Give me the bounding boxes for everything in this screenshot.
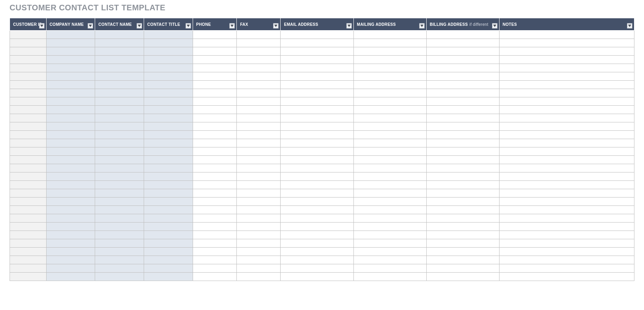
cell[interactable] (46, 72, 95, 81)
column-header[interactable]: COMPANY NAME (46, 18, 95, 31)
cell[interactable] (426, 131, 499, 139)
filter-dropdown-icon[interactable] (229, 23, 235, 29)
cell[interactable] (95, 198, 144, 206)
cell[interactable] (144, 47, 193, 56)
cell[interactable] (499, 39, 634, 47)
cell[interactable] (95, 239, 144, 248)
cell[interactable] (499, 248, 634, 256)
cell[interactable] (281, 264, 353, 273)
cell[interactable] (426, 31, 499, 39)
cell[interactable] (193, 172, 236, 181)
cell[interactable] (10, 97, 47, 106)
cell[interactable] (144, 206, 193, 214)
cell[interactable] (237, 214, 281, 223)
cell[interactable] (237, 231, 281, 239)
cell[interactable] (193, 89, 236, 97)
cell[interactable] (426, 231, 499, 239)
cell[interactable] (10, 47, 47, 56)
cell[interactable] (353, 264, 426, 273)
cell[interactable] (499, 198, 634, 206)
cell[interactable] (237, 81, 281, 89)
cell[interactable] (281, 81, 353, 89)
cell[interactable] (193, 256, 236, 264)
cell[interactable] (46, 189, 95, 198)
cell[interactable] (237, 248, 281, 256)
cell[interactable] (353, 139, 426, 147)
cell[interactable] (237, 156, 281, 164)
cell[interactable] (426, 206, 499, 214)
cell[interactable] (426, 256, 499, 264)
cell[interactable] (499, 273, 634, 281)
cell[interactable] (237, 172, 281, 181)
cell[interactable] (426, 72, 499, 81)
cell[interactable] (426, 223, 499, 231)
cell[interactable] (95, 264, 144, 273)
cell[interactable] (10, 198, 47, 206)
cell[interactable] (426, 139, 499, 147)
cell[interactable] (499, 239, 634, 248)
cell[interactable] (426, 248, 499, 256)
cell[interactable] (353, 47, 426, 56)
cell[interactable] (193, 273, 236, 281)
cell[interactable] (10, 131, 47, 139)
cell[interactable] (353, 31, 426, 39)
cell[interactable] (10, 214, 47, 223)
cell[interactable] (95, 106, 144, 114)
filter-dropdown-icon[interactable] (273, 23, 279, 29)
cell[interactable] (46, 181, 95, 189)
cell[interactable] (237, 97, 281, 106)
cell[interactable] (499, 89, 634, 97)
cell[interactable] (46, 223, 95, 231)
cell[interactable] (10, 164, 47, 172)
cell[interactable] (10, 231, 47, 239)
cell[interactable] (144, 114, 193, 122)
cell[interactable] (193, 231, 236, 239)
filter-dropdown-icon[interactable] (419, 23, 425, 29)
cell[interactable] (193, 164, 236, 172)
cell[interactable] (281, 206, 353, 214)
column-header[interactable]: BILLING ADDRESSif different (426, 18, 499, 31)
cell[interactable] (426, 189, 499, 198)
column-header[interactable]: CUSTOMER ID (10, 18, 47, 31)
cell[interactable] (426, 198, 499, 206)
cell[interactable] (353, 114, 426, 122)
cell[interactable] (10, 106, 47, 114)
cell[interactable] (10, 81, 47, 89)
cell[interactable] (237, 106, 281, 114)
cell[interactable] (193, 47, 236, 56)
cell[interactable] (193, 31, 236, 39)
cell[interactable] (499, 97, 634, 106)
cell[interactable] (237, 239, 281, 248)
cell[interactable] (10, 114, 47, 122)
cell[interactable] (499, 56, 634, 64)
cell[interactable] (499, 106, 634, 114)
cell[interactable] (46, 206, 95, 214)
cell[interactable] (353, 131, 426, 139)
cell[interactable] (46, 131, 95, 139)
cell[interactable] (281, 89, 353, 97)
cell[interactable] (281, 189, 353, 198)
cell[interactable] (46, 114, 95, 122)
cell[interactable] (281, 139, 353, 147)
cell[interactable] (237, 273, 281, 281)
cell[interactable] (237, 64, 281, 72)
cell[interactable] (193, 56, 236, 64)
cell[interactable] (426, 264, 499, 273)
cell[interactable] (10, 248, 47, 256)
cell[interactable] (281, 31, 353, 39)
cell[interactable] (10, 56, 47, 64)
cell[interactable] (426, 273, 499, 281)
cell[interactable] (95, 206, 144, 214)
cell[interactable] (237, 89, 281, 97)
cell[interactable] (426, 81, 499, 89)
cell[interactable] (144, 106, 193, 114)
cell[interactable] (193, 147, 236, 156)
cell[interactable] (281, 106, 353, 114)
cell[interactable] (353, 248, 426, 256)
cell[interactable] (193, 214, 236, 223)
cell[interactable] (144, 239, 193, 248)
cell[interactable] (353, 198, 426, 206)
cell[interactable] (10, 139, 47, 147)
cell[interactable] (95, 64, 144, 72)
cell[interactable] (144, 139, 193, 147)
